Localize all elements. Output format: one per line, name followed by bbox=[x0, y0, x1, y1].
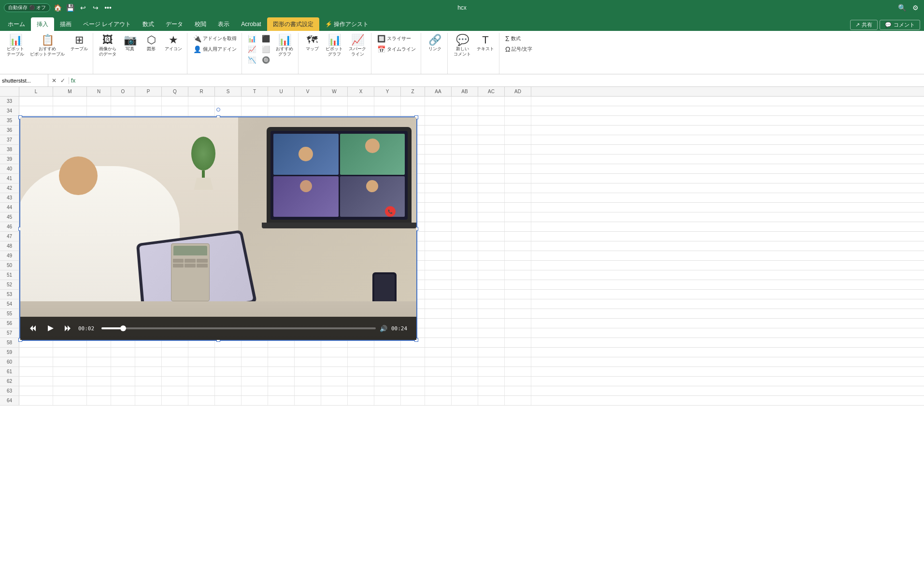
formula-input[interactable] bbox=[77, 78, 924, 84]
share-button[interactable]: ↗ 共有 bbox=[850, 20, 878, 30]
cell[interactable] bbox=[505, 270, 531, 280]
new-comment-btn[interactable]: 💬 新しいコメント bbox=[452, 34, 473, 58]
cell[interactable] bbox=[162, 348, 188, 357]
cell[interactable] bbox=[321, 367, 348, 376]
timeline-btn[interactable]: 📅 タイムライン bbox=[375, 44, 418, 54]
cell[interactable] bbox=[242, 377, 268, 386]
cell[interactable] bbox=[425, 270, 452, 280]
cell[interactable] bbox=[452, 299, 478, 309]
tab-draw[interactable]: 描画 bbox=[54, 17, 77, 31]
cell[interactable] bbox=[162, 377, 188, 386]
col-header-X[interactable]: X bbox=[348, 87, 374, 96]
cell[interactable] bbox=[111, 386, 135, 395]
autosave-badge[interactable]: 自動保存 ⚫ オフ bbox=[4, 3, 50, 12]
tab-review[interactable]: 校閲 bbox=[189, 17, 212, 31]
cell[interactable] bbox=[401, 348, 425, 357]
comment-button[interactable]: 💬 コメント bbox=[880, 20, 920, 30]
cell[interactable] bbox=[452, 203, 478, 212]
cell[interactable] bbox=[505, 164, 531, 173]
cell[interactable] bbox=[188, 348, 215, 357]
cell[interactable] bbox=[401, 106, 425, 115]
cell[interactable] bbox=[478, 222, 505, 231]
cell[interactable] bbox=[162, 357, 188, 366]
cell[interactable] bbox=[295, 377, 321, 386]
cell[interactable] bbox=[321, 348, 348, 357]
cell[interactable] bbox=[268, 386, 295, 395]
cell[interactable] bbox=[348, 377, 374, 386]
cell[interactable] bbox=[452, 193, 478, 202]
cell[interactable] bbox=[268, 97, 295, 106]
tab-data[interactable]: データ bbox=[160, 17, 189, 31]
cell[interactable] bbox=[478, 328, 505, 338]
personal-addins-btn[interactable]: 👤 個人用アドイン bbox=[191, 44, 239, 54]
cell[interactable] bbox=[478, 270, 505, 280]
cell[interactable] bbox=[505, 183, 531, 193]
cell[interactable] bbox=[452, 251, 478, 260]
cell[interactable] bbox=[135, 367, 162, 376]
cell[interactable] bbox=[242, 396, 268, 405]
cell[interactable] bbox=[374, 367, 401, 376]
cell[interactable] bbox=[478, 126, 505, 135]
cell[interactable] bbox=[401, 97, 425, 106]
cell[interactable] bbox=[505, 367, 531, 376]
cell[interactable] bbox=[425, 396, 452, 405]
cell[interactable] bbox=[19, 396, 53, 405]
cell[interactable] bbox=[425, 164, 452, 173]
cell[interactable] bbox=[87, 357, 111, 366]
progress-bar[interactable] bbox=[101, 327, 376, 329]
cell[interactable] bbox=[478, 290, 505, 299]
row-number-50[interactable]: 50 bbox=[0, 261, 19, 270]
cell[interactable] bbox=[268, 357, 295, 366]
cell[interactable] bbox=[19, 97, 53, 106]
line-chart-btn[interactable]: 📈 bbox=[246, 44, 258, 54]
symbol-btn[interactable]: Ω 記号/文字 bbox=[503, 44, 534, 54]
cell[interactable] bbox=[505, 97, 531, 106]
cell[interactable] bbox=[321, 396, 348, 405]
col-header-Q[interactable]: Q bbox=[162, 87, 188, 96]
col-header-Z[interactable]: Z bbox=[401, 87, 425, 96]
image-data-btn[interactable]: 🖼 画像からのデータ bbox=[97, 34, 118, 58]
cell[interactable] bbox=[111, 357, 135, 366]
cell[interactable] bbox=[425, 183, 452, 193]
cell[interactable] bbox=[401, 357, 425, 366]
cell[interactable] bbox=[478, 135, 505, 144]
cell[interactable] bbox=[478, 377, 505, 386]
cell[interactable] bbox=[53, 357, 87, 366]
row-number-47[interactable]: 47 bbox=[0, 232, 19, 241]
cell[interactable] bbox=[505, 396, 531, 405]
row-number-51[interactable]: 51 bbox=[0, 270, 19, 280]
cell[interactable] bbox=[215, 348, 242, 357]
cell[interactable] bbox=[452, 319, 478, 328]
volume-icon[interactable]: 🔊 bbox=[380, 325, 387, 332]
cell[interactable] bbox=[505, 357, 531, 366]
undo-btn[interactable]: ↩ bbox=[78, 3, 88, 13]
cell[interactable] bbox=[87, 348, 111, 357]
cell[interactable] bbox=[505, 377, 531, 386]
cell[interactable] bbox=[452, 386, 478, 395]
cell[interactable] bbox=[425, 328, 452, 338]
row-number-54[interactable]: 54 bbox=[0, 299, 19, 309]
col-header-V[interactable]: V bbox=[295, 87, 321, 96]
cell[interactable] bbox=[19, 348, 53, 357]
cell[interactable] bbox=[19, 106, 53, 115]
cell[interactable] bbox=[452, 212, 478, 222]
cell[interactable] bbox=[53, 386, 87, 395]
cell[interactable] bbox=[188, 377, 215, 386]
cell[interactable] bbox=[425, 126, 452, 135]
cell[interactable] bbox=[425, 367, 452, 376]
cell[interactable] bbox=[505, 251, 531, 260]
cell[interactable] bbox=[215, 377, 242, 386]
cell[interactable] bbox=[425, 377, 452, 386]
cell[interactable] bbox=[425, 222, 452, 231]
cell[interactable] bbox=[135, 357, 162, 366]
formula-cancel-btn[interactable]: ✕ bbox=[50, 77, 58, 84]
name-box[interactable]: shutterstst... bbox=[0, 74, 48, 86]
cell[interactable] bbox=[425, 348, 452, 357]
cell[interactable] bbox=[505, 193, 531, 202]
col-header-W[interactable]: W bbox=[321, 87, 348, 96]
cell[interactable] bbox=[505, 203, 531, 212]
cell[interactable] bbox=[452, 135, 478, 144]
cell[interactable] bbox=[478, 348, 505, 357]
cell[interactable] bbox=[425, 155, 452, 164]
cell[interactable] bbox=[188, 357, 215, 366]
